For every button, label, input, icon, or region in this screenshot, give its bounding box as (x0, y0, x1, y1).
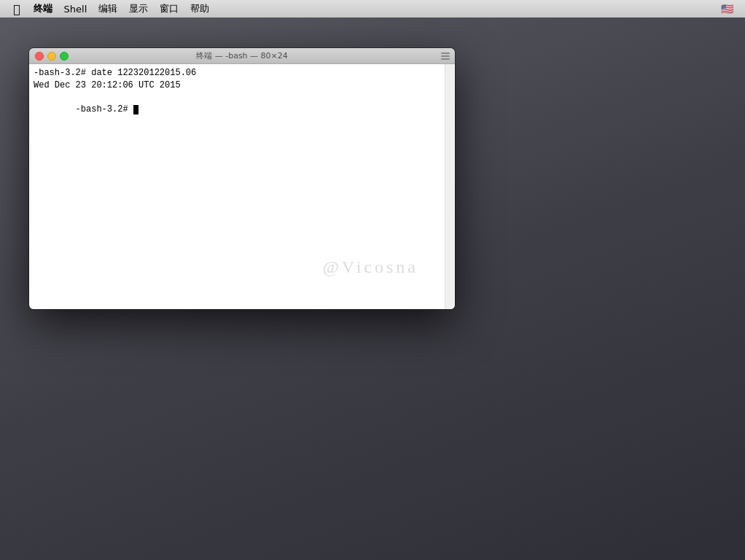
apple-menu[interactable]:  (6, 0, 28, 18)
terminal-title: 终端 — -bash — 80×24 (196, 50, 288, 61)
resize-icon[interactable] (440, 51, 450, 61)
watermark: @Vicosna (323, 255, 418, 280)
maximize-button[interactable] (60, 52, 69, 61)
terminal-line-2: Wed Dec 23 20:12:06 UTC 2015 (34, 79, 450, 92)
menu-terminal[interactable]: 终端 (28, 0, 58, 18)
close-button[interactable] (35, 52, 44, 61)
terminal-line-3: -bash-3.2# (34, 92, 450, 128)
traffic-lights (35, 52, 69, 61)
terminal-line-1: -bash-3.2# date 122320122015.06 (34, 67, 450, 79)
terminal-scrollbar[interactable] (445, 64, 455, 309)
menu-window[interactable]: 窗口 (154, 0, 184, 18)
terminal-cursor (133, 105, 139, 114)
terminal-content[interactable]: -bash-3.2# date 122320122015.06 Wed Dec … (29, 64, 455, 309)
menubar:  终端 Shell 编辑 显示 窗口 帮助 🇺🇸 (0, 0, 745, 18)
desktop: 终端 — -bash — 80×24 -bash-3.2# date 12232… (0, 18, 745, 560)
input-method-flag[interactable]: 🇺🇸 (715, 0, 739, 18)
menu-shell[interactable]: Shell (58, 0, 93, 18)
minimize-button[interactable] (47, 52, 56, 61)
menu-view[interactable]: 显示 (123, 0, 154, 18)
terminal-titlebar: 终端 — -bash — 80×24 (29, 48, 455, 64)
menu-edit[interactable]: 编辑 (93, 0, 123, 18)
menu-help[interactable]: 帮助 (184, 0, 215, 18)
terminal-window[interactable]: 终端 — -bash — 80×24 -bash-3.2# date 12232… (29, 48, 455, 309)
